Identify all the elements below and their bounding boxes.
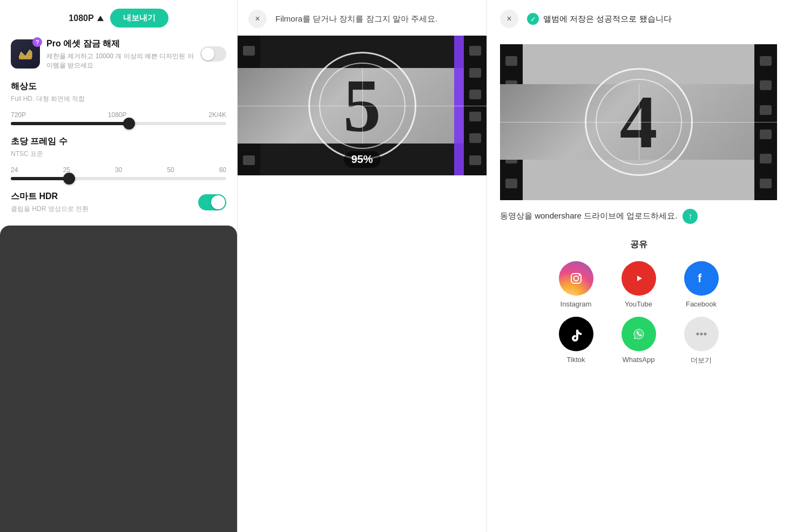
drive-row: 동영상을 wondershare 드라이브에 업로드하세요. ↑ bbox=[500, 209, 777, 224]
right-close-button[interactable]: × bbox=[500, 10, 518, 28]
share-item-youtube[interactable]: YouTube bbox=[610, 261, 668, 308]
share-item-tiktok[interactable]: Tiktok bbox=[547, 317, 605, 365]
svg-point-7 bbox=[696, 332, 699, 335]
whatsapp-svg bbox=[630, 325, 647, 343]
question-badge: ? bbox=[32, 37, 42, 47]
resolution-badge: 1080P bbox=[69, 13, 103, 23]
mid-video-preview: 5 95% bbox=[238, 36, 487, 175]
left-panel: 1080P 내보내기 ? Pro 에셋 잠금 해제 제한을 제거하고 10000… bbox=[0, 0, 238, 532]
tiktok-label: Tiktok bbox=[566, 356, 585, 364]
more-svg bbox=[693, 325, 710, 343]
whatsapp-icon bbox=[622, 317, 656, 351]
film-hole bbox=[760, 129, 772, 139]
pro-icon-wrap: ? bbox=[11, 39, 40, 69]
hdr-text-col: 스마트 HDR 클립을 HDR 영상으로 전환 bbox=[11, 191, 89, 214]
instagram-icon bbox=[559, 261, 593, 296]
instagram-label: Instagram bbox=[561, 300, 592, 308]
facebook-label: Facebook bbox=[686, 300, 717, 308]
film-hole bbox=[243, 46, 255, 56]
svg-text:f: f bbox=[698, 271, 702, 285]
pro-asset-row: ? Pro 에셋 잠금 해제 제한을 제거하고 10000 개 이상의 예쁜 디… bbox=[11, 38, 226, 70]
resolution-value: 1080P bbox=[69, 13, 93, 23]
film-hole bbox=[760, 179, 772, 188]
film-center: 5 bbox=[238, 68, 487, 144]
more-icon bbox=[684, 317, 719, 351]
film-hole bbox=[469, 68, 481, 78]
fps-label-60: 60 bbox=[219, 166, 226, 174]
header-row: 1080P 내보내기 bbox=[11, 9, 226, 28]
fps-slider-labels: 24 25 30 50 60 bbox=[11, 166, 226, 174]
fps-label-30: 30 bbox=[115, 166, 122, 174]
fps-label-24: 24 bbox=[11, 166, 18, 174]
progress-overlay: 95% bbox=[343, 151, 380, 168]
hdr-row: 스마트 HDR 클립을 HDR 영상으로 전환 bbox=[11, 191, 226, 214]
svg-marker-4 bbox=[637, 276, 642, 281]
drive-icon[interactable]: ↑ bbox=[683, 209, 698, 224]
mid-notice-text: Filmora를 닫거나 장치를 잠그지 말아 주세요. bbox=[275, 14, 476, 24]
hdr-toggle[interactable] bbox=[198, 194, 226, 210]
svg-point-2 bbox=[573, 276, 578, 281]
svg-rect-0 bbox=[19, 57, 32, 59]
right-panel-header: × ✓ 앨범에 저장은 성공적으로 됐습니다 bbox=[500, 10, 777, 36]
youtube-icon bbox=[622, 261, 656, 296]
dark-bottom-panel bbox=[0, 226, 237, 532]
resolution-slider-track[interactable] bbox=[11, 122, 226, 125]
pro-title: Pro 에셋 잠금 해제 bbox=[46, 38, 194, 50]
svg-point-3 bbox=[578, 274, 580, 276]
hdr-toggle-knob bbox=[211, 195, 225, 209]
res-label-720p: 720P bbox=[11, 111, 26, 119]
countdown-circle-inner-right bbox=[596, 79, 682, 165]
resolution-slider-fill bbox=[11, 122, 129, 125]
film-hole bbox=[243, 155, 255, 165]
resolution-section: 해상도 Full HD. 대형 화면에 적합 720P 1080P 2K/4K bbox=[11, 81, 226, 125]
fps-slider-track[interactable] bbox=[11, 177, 226, 180]
share-title: 공유 bbox=[500, 239, 777, 250]
fps-section-sub: NTSC 표준 bbox=[11, 149, 226, 159]
countdown-circle-inner bbox=[319, 63, 406, 149]
share-item-more[interactable]: 더보기 bbox=[672, 317, 731, 365]
tiktok-svg bbox=[568, 325, 585, 343]
share-item-whatsapp[interactable]: WhatsApp bbox=[610, 317, 668, 365]
success-msg: 앨범에 저장은 성공적으로 됐습니다 bbox=[543, 14, 672, 24]
resolution-slider-thumb[interactable] bbox=[123, 118, 135, 129]
facebook-icon: f bbox=[684, 261, 719, 296]
film-center-right: 4 bbox=[500, 84, 777, 160]
share-section: 공유 Instagram bbox=[500, 239, 777, 365]
film-hole bbox=[760, 105, 772, 115]
film-hole bbox=[469, 112, 481, 121]
fps-section-title: 초당 프레임 수 bbox=[11, 136, 226, 147]
share-grid: Instagram YouTube f bbox=[547, 261, 731, 365]
res-label-2k: 2K/4K bbox=[208, 111, 226, 119]
whatsapp-label: WhatsApp bbox=[623, 356, 655, 364]
film-hole bbox=[760, 80, 772, 90]
right-panel-content: × ✓ 앨범에 저장은 성공적으로 됐습니다 4 bbox=[487, 0, 790, 532]
success-icon: ✓ bbox=[527, 13, 539, 25]
film-hole bbox=[505, 179, 517, 188]
film-hole bbox=[760, 56, 772, 66]
share-item-facebook[interactable]: f Facebook bbox=[672, 261, 731, 308]
mid-panel: × Filmora를 닫거나 장치를 잠그지 말아 주세요. 5 bbox=[238, 0, 487, 532]
success-row: ✓ 앨범에 저장은 성공적으로 됐습니다 bbox=[527, 13, 672, 25]
youtube-label: YouTube bbox=[625, 300, 652, 308]
resolution-dropdown-icon[interactable] bbox=[97, 16, 104, 21]
fps-slider-fill bbox=[11, 177, 69, 180]
tiktok-icon bbox=[559, 317, 593, 351]
share-item-instagram[interactable]: Instagram bbox=[547, 261, 605, 308]
pro-text-col: Pro 에셋 잠금 해제 제한을 제거하고 10000 개 이상의 예쁜 디자인… bbox=[46, 38, 194, 70]
fps-section: 초당 프레임 수 NTSC 표준 24 25 30 50 60 bbox=[11, 136, 226, 180]
film-hole bbox=[469, 46, 481, 56]
film-hole bbox=[505, 56, 517, 66]
mid-close-button[interactable]: × bbox=[248, 10, 267, 28]
pro-toggle-knob bbox=[201, 47, 214, 60]
resolution-section-title: 해상도 bbox=[11, 81, 226, 92]
right-panel: × ✓ 앨범에 저장은 성공적으로 됐습니다 4 bbox=[487, 0, 790, 532]
export-button[interactable]: 내보내기 bbox=[110, 9, 168, 28]
res-label-1080p: 1080P bbox=[108, 111, 127, 119]
film-hole bbox=[469, 133, 481, 143]
youtube-svg bbox=[630, 270, 647, 287]
hdr-title: 스마트 HDR bbox=[11, 191, 89, 202]
fps-slider-thumb[interactable] bbox=[63, 173, 75, 185]
film-hole bbox=[760, 154, 772, 163]
pro-toggle[interactable] bbox=[200, 46, 226, 62]
drive-msg: 동영상을 wondershare 드라이브에 업로드하세요. bbox=[500, 211, 677, 221]
